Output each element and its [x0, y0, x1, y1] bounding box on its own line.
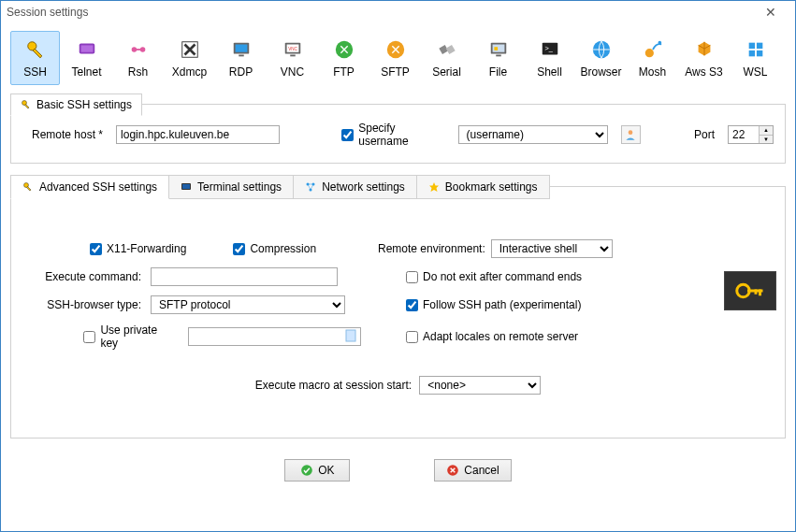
- check-icon: [300, 464, 313, 477]
- tool-xdmcp[interactable]: Xdmcp: [165, 31, 214, 85]
- xdmcp-icon: [179, 38, 201, 61]
- tool-label: Xdmcp: [172, 65, 207, 79]
- file-icon: [487, 38, 510, 61]
- tool-sftp[interactable]: SFTP: [370, 31, 420, 85]
- port-input[interactable]: ▲▼: [728, 125, 774, 144]
- adapt-locales-checkbox[interactable]: Adapt locales on remote server: [406, 330, 677, 343]
- svg-rect-36: [26, 187, 31, 192]
- aws-icon: [693, 38, 716, 61]
- star-icon: [428, 181, 440, 193]
- tool-vnc[interactable]: VNCVNC: [268, 31, 317, 85]
- user-icon[interactable]: [621, 125, 641, 144]
- private-key-checkbox[interactable]: Use private key: [83, 324, 167, 350]
- svg-line-44: [311, 184, 313, 190]
- svg-rect-38: [182, 184, 190, 189]
- remote-host-label: Remote host *: [32, 128, 103, 141]
- rdp-icon: [230, 38, 253, 61]
- close-icon[interactable]: ✕: [752, 5, 789, 20]
- shell-icon: >_: [539, 38, 561, 61]
- svg-rect-14: [290, 54, 296, 56]
- ok-button[interactable]: OK: [284, 459, 350, 482]
- key-icon: [24, 38, 47, 61]
- tool-label: Rsh: [128, 65, 148, 79]
- spin-down-icon[interactable]: ▼: [760, 136, 773, 144]
- username-select[interactable]: (username): [458, 125, 608, 144]
- tool-aws-s3[interactable]: Aws S3: [679, 31, 729, 85]
- svg-rect-33: [24, 105, 29, 109]
- tool-telnet[interactable]: Telnet: [62, 31, 111, 85]
- exec-cmd-input[interactable]: [151, 267, 338, 286]
- svg-marker-45: [429, 182, 439, 192]
- tool-label: Shell: [537, 65, 562, 79]
- specify-username-checkbox[interactable]: Specify username: [341, 122, 444, 148]
- tool-wsl[interactable]: WSL: [731, 31, 780, 85]
- cross-icon: [446, 464, 459, 477]
- svg-rect-28: [748, 42, 754, 48]
- x11-forwarding-checkbox[interactable]: X11-Forwarding: [90, 242, 186, 255]
- remote-env-label: Remote environment:: [378, 242, 485, 255]
- document-icon: [345, 329, 358, 344]
- follow-path-checkbox[interactable]: Follow SSH path (experimental): [406, 298, 677, 311]
- svg-rect-1: [33, 49, 42, 58]
- macro-select[interactable]: <none>: [419, 376, 541, 395]
- network-icon: [305, 181, 316, 193]
- svg-point-34: [629, 130, 633, 135]
- tool-label: Aws S3: [685, 65, 722, 79]
- tool-label: SSH: [23, 65, 47, 79]
- tool-label: WSL: [743, 65, 767, 79]
- tool-label: Browser: [580, 65, 621, 79]
- tool-ssh[interactable]: SSH: [10, 31, 60, 85]
- tool-label: File: [489, 65, 507, 79]
- tab-bookmark[interactable]: Bookmark settings: [416, 175, 550, 199]
- tab-terminal[interactable]: Terminal settings: [168, 175, 294, 199]
- svg-rect-29: [756, 42, 761, 48]
- ssh-browser-select[interactable]: SFTP protocol: [151, 295, 345, 314]
- tool-label: FTP: [333, 65, 355, 79]
- remote-host-input[interactable]: [116, 125, 280, 144]
- ssh-browser-label: SSH-browser type:: [24, 298, 141, 311]
- svg-rect-21: [494, 47, 498, 50]
- vnc-icon: VNC: [282, 38, 304, 61]
- cancel-button[interactable]: Cancel: [434, 459, 511, 482]
- tab-advanced-ssh[interactable]: Advanced SSH settings: [10, 175, 169, 199]
- svg-rect-10: [239, 54, 244, 56]
- rsh-icon: [127, 38, 150, 61]
- tool-browser[interactable]: Browser: [576, 31, 626, 85]
- tool-serial[interactable]: Serial: [422, 31, 471, 85]
- spin-up-icon[interactable]: ▲: [760, 126, 773, 136]
- key-icon: [21, 99, 32, 110]
- remote-env-select[interactable]: Interactive shell: [491, 239, 613, 258]
- svg-rect-48: [759, 290, 761, 296]
- tool-shell[interactable]: >_Shell: [525, 31, 574, 85]
- tool-rdp[interactable]: RDP: [216, 31, 266, 85]
- big-key-icon: [724, 271, 776, 310]
- key-icon: [22, 181, 34, 193]
- tool-ftp[interactable]: FTP: [319, 31, 369, 85]
- svg-rect-9: [235, 44, 247, 51]
- tab-network[interactable]: Network settings: [293, 175, 417, 199]
- tool-file[interactable]: File: [473, 31, 523, 85]
- svg-point-27: [658, 40, 661, 44]
- exec-cmd-label: Execute command:: [24, 270, 141, 283]
- browser-icon: [590, 38, 613, 61]
- svg-line-43: [308, 184, 311, 190]
- svg-rect-50: [346, 330, 355, 341]
- tool-rsh[interactable]: Rsh: [113, 31, 163, 85]
- tool-label: Telnet: [71, 65, 101, 79]
- telnet-icon: [76, 38, 98, 61]
- mosh-icon: [642, 38, 664, 61]
- private-key-file-input[interactable]: [188, 327, 361, 346]
- svg-rect-3: [80, 45, 93, 51]
- do-not-exit-checkbox[interactable]: Do not exit after command ends: [406, 270, 677, 283]
- svg-rect-18: [445, 44, 455, 53]
- compression-checkbox[interactable]: Compression: [233, 242, 316, 255]
- svg-rect-31: [756, 50, 761, 55]
- macro-label: Execute macro at session start:: [255, 379, 412, 392]
- svg-rect-22: [496, 54, 501, 56]
- tool-mosh[interactable]: Mosh: [628, 31, 677, 85]
- svg-text:VNC: VNC: [288, 46, 297, 50]
- window-title: Session settings: [7, 6, 88, 19]
- port-label: Port: [694, 128, 715, 141]
- tool-label: SFTP: [381, 65, 410, 79]
- svg-rect-49: [755, 290, 758, 295]
